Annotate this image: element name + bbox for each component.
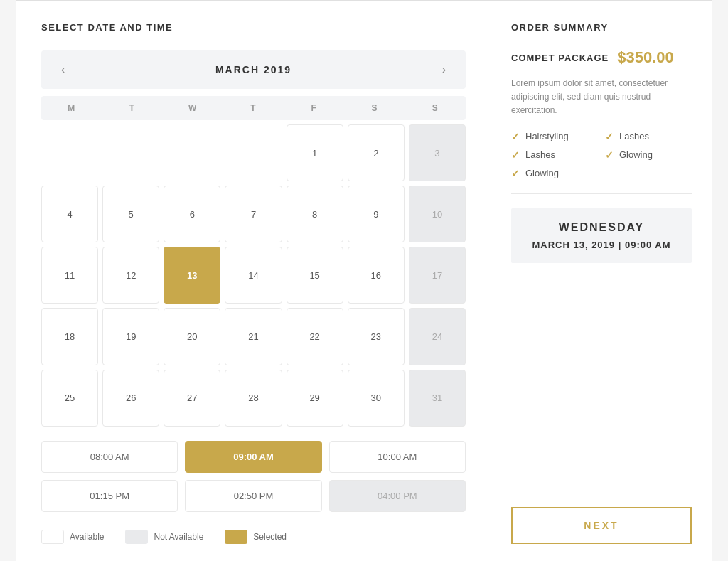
feature-label-2: Lashes xyxy=(619,131,649,141)
package-price: $350.00 xyxy=(617,48,674,67)
time-slot[interactable]: 02:50 PM xyxy=(185,480,321,512)
day-headers: MTWTFSS xyxy=(41,96,466,120)
time-slot[interactable]: 08:00 AM xyxy=(41,441,178,473)
day-header: F xyxy=(284,103,344,113)
feature-label-5: Glowing xyxy=(525,168,559,178)
cal-day-cell[interactable]: 5 xyxy=(102,186,159,242)
check-icon-5: ✓ xyxy=(511,168,520,179)
cal-day-cell[interactable]: 29 xyxy=(287,370,343,427)
booking-summary: WEDNESDAY MARCH 13, 2019 | 09:00 AM xyxy=(511,208,692,263)
day-header: T xyxy=(102,103,162,113)
cal-day-cell[interactable]: 25 xyxy=(41,370,98,427)
cal-empty-cell xyxy=(164,124,220,181)
booking-day: WEDNESDAY xyxy=(525,221,678,234)
feature-item-1: ✓ Hairstyling xyxy=(511,131,598,142)
cal-day-cell[interactable]: 18 xyxy=(41,308,98,365)
legend-unavailable-label: Not Available xyxy=(154,532,203,542)
cal-empty-cell xyxy=(225,124,282,181)
cal-day-cell[interactable]: 22 xyxy=(287,308,343,365)
legend-available: Available xyxy=(41,530,104,544)
cal-day-cell[interactable]: 2 xyxy=(348,124,405,181)
booking-date-time: MARCH 13, 2019 | 09:00 AM xyxy=(525,240,678,250)
legend: Available Not Available Selected xyxy=(41,530,466,544)
day-header: M xyxy=(41,103,102,113)
check-icon-4: ✓ xyxy=(605,149,614,161)
legend-available-label: Available xyxy=(70,532,104,542)
cal-day-cell[interactable]: 19 xyxy=(102,308,159,365)
cal-day-cell[interactable]: 21 xyxy=(225,308,282,365)
cal-day-cell[interactable]: 20 xyxy=(164,308,220,365)
cal-day-cell[interactable]: 26 xyxy=(102,370,159,427)
feature-item-5: ✓ Glowing xyxy=(511,168,598,179)
section-title: SELECT DATE AND TIME xyxy=(41,22,466,33)
cal-day-cell[interactable]: 8 xyxy=(287,186,343,242)
feature-item-4: ✓ Glowing xyxy=(605,149,692,161)
cal-day-cell: 24 xyxy=(409,308,466,365)
check-icon-1: ✓ xyxy=(511,131,520,142)
divider xyxy=(511,193,692,194)
time-grid: 08:00 AM09:00 AM10:00 AM01:15 PM02:50 PM… xyxy=(41,441,466,512)
cal-day-cell[interactable]: 15 xyxy=(287,247,343,304)
cal-day-cell[interactable]: 30 xyxy=(348,370,405,427)
time-slot[interactable]: 09:00 AM xyxy=(185,441,321,473)
features-grid: ✓ Hairstyling ✓ Lashes ✓ Lashes ✓ Glowin… xyxy=(511,131,692,179)
feature-item-2: ✓ Lashes xyxy=(605,131,692,142)
legend-selected-box xyxy=(225,530,247,544)
time-slot[interactable]: 10:00 AM xyxy=(329,441,466,473)
right-panel: ORDER SUMMARY COMPET PACKAGE $350.00 Lor… xyxy=(491,1,712,561)
booking-date: MARCH 13, 2019 xyxy=(532,240,615,250)
cal-day-cell[interactable]: 11 xyxy=(41,247,98,304)
cal-day-cell[interactable]: 9 xyxy=(348,186,405,242)
feature-label-3: Lashes xyxy=(525,149,555,160)
booking-time: 09:00 AM xyxy=(625,240,671,250)
order-title: ORDER SUMMARY xyxy=(511,22,692,33)
legend-selected: Selected xyxy=(225,530,287,544)
check-icon-3: ✓ xyxy=(511,149,520,161)
package-description: Lorem ipsum dolor sit amet, consectetuer… xyxy=(511,77,692,118)
feature-label-4: Glowing xyxy=(619,149,653,160)
cal-day-cell: 10 xyxy=(409,186,466,242)
cal-day-cell[interactable]: 6 xyxy=(164,186,220,242)
cal-empty-cell xyxy=(41,124,98,181)
booking-separator: | xyxy=(619,240,625,250)
day-header: T xyxy=(223,103,284,113)
day-header: S xyxy=(405,103,466,113)
day-header: W xyxy=(163,103,223,113)
cal-day-cell[interactable]: 27 xyxy=(164,370,220,427)
cal-day-cell[interactable]: 23 xyxy=(348,308,405,365)
month-label: MARCH 2019 xyxy=(215,64,291,75)
legend-unavailable: Not Available xyxy=(125,530,203,544)
package-name: COMPET PACKAGE xyxy=(511,53,609,63)
cal-day-cell[interactable]: 16 xyxy=(348,247,405,304)
cal-day-cell: 17 xyxy=(409,247,466,304)
cal-day-cell[interactable]: 13 xyxy=(164,247,220,304)
feature-item-3: ✓ Lashes xyxy=(511,149,598,161)
cal-day-cell[interactable]: 14 xyxy=(225,247,282,304)
legend-selected-label: Selected xyxy=(253,532,287,542)
time-slot: 04:00 PM xyxy=(329,480,466,512)
cal-day-cell[interactable]: 1 xyxy=(287,124,343,181)
day-header: S xyxy=(344,103,405,113)
package-header: COMPET PACKAGE $350.00 xyxy=(511,48,692,67)
cal-day-cell[interactable]: 28 xyxy=(225,370,282,427)
cal-empty-cell xyxy=(102,124,159,181)
feature-label-1: Hairstyling xyxy=(525,131,569,141)
left-panel: SELECT DATE AND TIME ‹ MARCH 2019 › MTWT… xyxy=(16,1,491,561)
legend-unavailable-box xyxy=(125,530,148,544)
cal-day-cell[interactable]: 4 xyxy=(41,186,98,242)
calendar-nav: ‹ MARCH 2019 › xyxy=(41,50,466,89)
cal-day-cell[interactable]: 7 xyxy=(225,186,282,242)
prev-month-button[interactable]: ‹ xyxy=(55,60,70,79)
next-button[interactable]: NEXT xyxy=(511,507,692,544)
time-slot[interactable]: 01:15 PM xyxy=(41,480,178,512)
calendar-grid: 1234567891011121314151617181920212223242… xyxy=(41,124,466,427)
legend-available-box xyxy=(41,530,64,544)
cal-day-cell[interactable]: 12 xyxy=(102,247,159,304)
cal-day-cell: 31 xyxy=(409,370,466,427)
cal-day-cell: 3 xyxy=(409,124,466,181)
check-icon-2: ✓ xyxy=(605,131,614,142)
next-month-button[interactable]: › xyxy=(437,60,451,79)
